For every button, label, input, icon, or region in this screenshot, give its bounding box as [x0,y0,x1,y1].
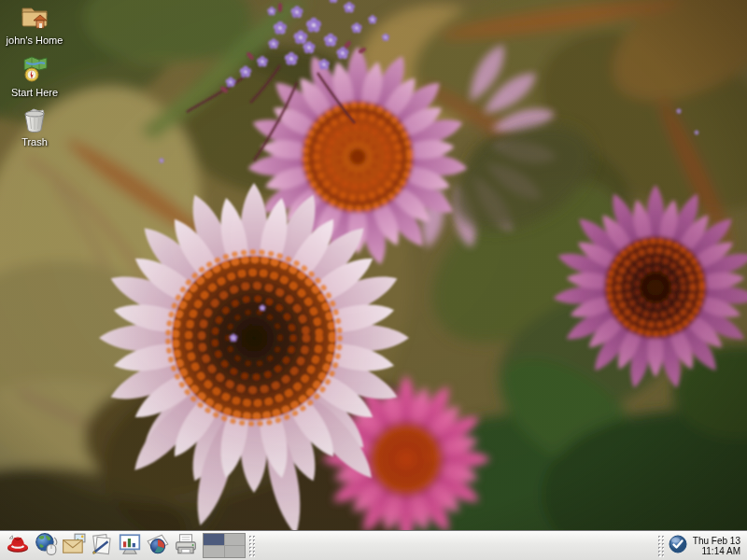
clock-applet[interactable]: Thu Feb 13 11:14 AM [689,536,747,556]
main-menu-button[interactable] [5,533,30,558]
desktop-icon-label: Trash [21,137,48,148]
workspace-2[interactable] [225,534,246,545]
desktop-icon-johns-home[interactable]: john's Home [4,3,65,47]
email-envelope-icon [62,532,86,560]
web-browser-launcher[interactable] [33,533,58,558]
workspace-1[interactable] [204,534,224,545]
word-processor-launcher[interactable] [89,533,114,558]
update-notification-button[interactable] [667,535,689,557]
panel-drag-handle-left[interactable] [248,535,255,557]
desktop-icon-start-here[interactable]: Start Here [4,55,65,99]
desktop-icon-trash[interactable]: Trash [4,106,65,148]
clock-time: 11:14 AM [693,546,740,556]
desktop[interactable]: john's Home Start Here [0,0,747,560]
bottom-panel: Thu Feb 13 11:14 AM [0,530,747,560]
workspace-switcher [203,533,246,558]
red-hat-menu-icon [6,532,30,560]
desktop-icon-label: john's Home [7,35,63,47]
panel-launchers [0,533,198,558]
presentation-launcher[interactable] [117,533,142,558]
printer-launcher[interactable] [173,533,198,558]
desktop-icon-label: Start Here [11,88,58,99]
word-processor-icon [90,532,114,560]
clock-date: Thu Feb 13 [693,536,740,546]
spreadsheet-pie-icon [146,532,170,560]
home-folder-icon [19,3,50,35]
web-browser-globe-icon [34,532,58,560]
presentation-chart-icon [118,532,142,560]
desktop-icon-list: john's Home Start Here [4,3,65,148]
workspace-3[interactable] [204,546,224,557]
email-launcher[interactable] [61,533,86,558]
spreadsheet-launcher[interactable] [145,533,170,558]
wallpaper-photo [0,0,747,560]
trash-icon [21,106,49,136]
panel-drag-handle-right[interactable] [657,535,664,557]
start-here-icon [20,55,49,87]
update-check-icon [668,534,688,558]
workspace-4[interactable] [225,546,246,557]
printer-icon [174,532,198,560]
